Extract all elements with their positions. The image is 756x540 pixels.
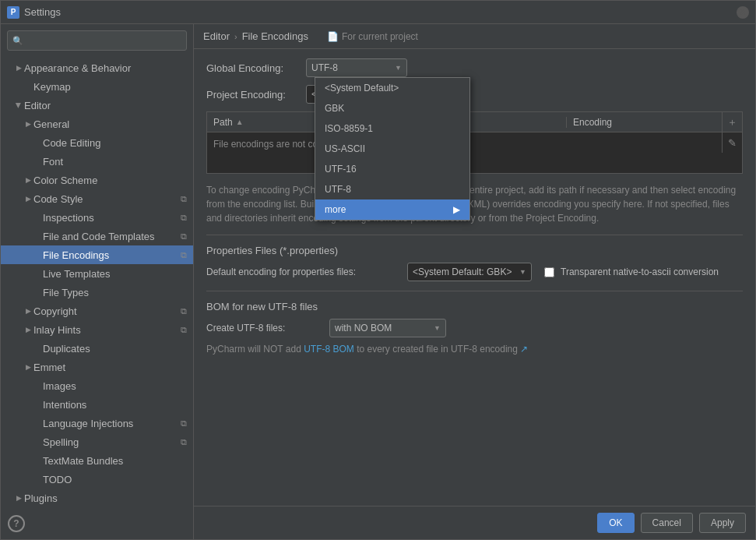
app-icon: P	[7, 6, 19, 19]
help-button[interactable]: ?	[8, 515, 25, 532]
bom-note: PyCharm will NOT add UTF-8 BOM to every …	[206, 344, 743, 355]
transparent-checkbox[interactable]	[544, 267, 554, 277]
default-encoding-label: Default encoding for properties files:	[206, 266, 401, 277]
encodings-table: Path ▲ Encoding ＋ File encodings are not…	[206, 111, 743, 174]
dropdown-arrow-icon: ▼	[434, 324, 441, 332]
popup-item-label: <System Default>	[325, 83, 399, 94]
arrow-icon: ▶	[13, 494, 24, 502]
sidebar-item-appearance[interactable]: ▶ Appearance & Behavior	[1, 58, 193, 77]
utf8-bom-link[interactable]: UTF-8 BOM	[304, 344, 354, 355]
sidebar-item-emmet[interactable]: ▶ Emmet	[1, 358, 193, 376]
sidebar-item-label: Editor	[24, 100, 187, 111]
popup-item-system-default[interactable]: <System Default>	[315, 78, 469, 98]
arrow-icon: ▶	[23, 176, 33, 184]
col-encoding: Encoding	[566, 117, 722, 128]
popup-item-utf-16[interactable]: UTF-16	[315, 159, 469, 179]
sidebar-item-label: File and Code Templates	[43, 231, 178, 242]
sidebar-item-code-editing[interactable]: ▶ Code Editing	[1, 133, 193, 152]
create-utf8-value: with NO BOM	[335, 323, 392, 334]
sidebar-item-label: Inlay Hints	[33, 324, 178, 336]
sidebar-item-font[interactable]: ▶ Font	[1, 152, 193, 171]
popup-item-label: ISO-8859-1	[325, 123, 373, 134]
sidebar-item-general[interactable]: ▶ General	[1, 115, 193, 133]
sidebar-item-label: Images	[43, 380, 187, 392]
default-encoding-dropdown[interactable]: <System Default: GBK> ▼	[407, 263, 532, 281]
window-title: Settings	[24, 6, 737, 18]
divider-1	[206, 235, 743, 235]
breadcrumb-separator: ›	[234, 32, 237, 41]
sidebar: 🔍 ▶ Appearance & Behavior ▶ Keymap ▶ Edi…	[1, 24, 194, 539]
sidebar-item-label: Code Editing	[43, 137, 187, 149]
sidebar-item-file-types[interactable]: ▶ File Types	[1, 283, 193, 302]
more-arrow-icon: ▶	[453, 204, 460, 215]
sidebar-item-keymap[interactable]: ▶ Keymap	[1, 77, 193, 96]
search-icon: 🔍	[12, 36, 23, 46]
arrow-icon: ▶	[23, 195, 33, 203]
popup-item-label: more	[325, 204, 346, 215]
info-text: To change encoding PyCharm uses for a fi…	[206, 183, 743, 225]
sidebar-item-textmate-bundles[interactable]: ▶ TextMate Bundles	[1, 451, 193, 470]
sidebar-item-inspections[interactable]: ▶ Inspections ⧉	[1, 208, 193, 227]
transparent-label: Transparent native-to-ascii conversion	[561, 266, 719, 277]
dropdown-arrow-icon: ▼	[519, 268, 526, 276]
ok-button[interactable]: OK	[597, 513, 634, 533]
properties-row: Default encoding for properties files: <…	[206, 263, 743, 281]
search-input[interactable]	[26, 35, 181, 46]
popup-item-utf-8[interactable]: UTF-8	[315, 179, 469, 199]
arrow-icon: ▶	[23, 326, 33, 334]
sidebar-item-label: File Types	[43, 287, 187, 298]
popup-item-label: US-ASCII	[325, 143, 365, 154]
sidebar-item-label: Emmet	[33, 362, 187, 373]
properties-section-title: Properties Files (*.properties)	[206, 245, 743, 256]
sidebar-item-color-scheme[interactable]: ▶ Color Scheme	[1, 171, 193, 189]
create-utf8-label: Create UTF-8 files:	[206, 323, 323, 334]
sidebar-item-duplicates[interactable]: ▶ Duplicates	[1, 339, 193, 358]
global-encoding-dropdown[interactable]: UTF-8 ▼	[306, 58, 407, 77]
panel-body: Global Encoding: UTF-8 ▼ Project Encodin…	[194, 49, 755, 506]
for-current-project[interactable]: 📄 For current project	[327, 31, 418, 42]
popup-item-gbk[interactable]: GBK	[315, 98, 469, 118]
apply-button[interactable]: Apply	[699, 513, 746, 533]
sidebar-item-editor[interactable]: ▶ Editor	[1, 96, 193, 115]
sidebar-item-label: General	[33, 118, 187, 130]
sidebar-item-file-code-templates[interactable]: ▶ File and Code Templates ⧉	[1, 227, 193, 245]
edit-encoding-button[interactable]: ✎	[722, 132, 742, 153]
table-body: File encodings are not configured	[207, 132, 742, 156]
sidebar-item-intentions[interactable]: ▶ Intentions	[1, 395, 193, 414]
cancel-button[interactable]: Cancel	[641, 513, 693, 533]
create-utf8-dropdown[interactable]: with NO BOM ▼	[329, 319, 446, 337]
project-encoding-row: Project Encoding: <System Default: GBK> …	[206, 85, 743, 104]
main-content: 🔍 ▶ Appearance & Behavior ▶ Keymap ▶ Edi…	[1, 24, 755, 539]
settings-tree: ▶ Appearance & Behavior ▶ Keymap ▶ Edito…	[1, 57, 193, 539]
project-encoding-label: Project Encoding:	[206, 89, 300, 101]
sidebar-item-todo[interactable]: ▶ TODO	[1, 470, 193, 489]
sidebar-item-live-templates[interactable]: ▶ Live Templates	[1, 264, 193, 283]
popup-item-us-ascii[interactable]: US-ASCII	[315, 139, 469, 159]
sidebar-item-label: Appearance & Behavior	[24, 62, 187, 74]
search-box[interactable]: 🔍	[7, 30, 187, 51]
title-bar: P Settings ✕	[1, 1, 755, 24]
sidebar-item-label: Intentions	[43, 399, 187, 411]
for-current-project-label: For current project	[342, 31, 418, 42]
close-button[interactable]: ✕	[737, 6, 749, 19]
dropdown-arrow-icon: ▼	[395, 64, 402, 72]
breadcrumb-editor: Editor	[203, 30, 230, 42]
sidebar-item-plugins[interactable]: ▶ Plugins	[1, 489, 193, 507]
sidebar-item-language-injections[interactable]: ▶ Language Injections ⧉	[1, 414, 193, 432]
copy-icon: ⧉	[181, 306, 187, 316]
copy-icon: ⧉	[181, 437, 187, 447]
sidebar-item-spelling[interactable]: ▶ Spelling ⧉	[1, 432, 193, 451]
sidebar-item-copyright[interactable]: ▶ Copyright ⧉	[1, 302, 193, 320]
popup-item-more[interactable]: more ▶	[315, 199, 469, 220]
popup-item-label: UTF-8	[325, 184, 351, 195]
sidebar-item-images[interactable]: ▶ Images	[1, 376, 193, 395]
popup-item-iso-8859-1[interactable]: ISO-8859-1	[315, 118, 469, 139]
copy-icon: ⧉	[181, 418, 187, 429]
copy-icon: ⧉	[181, 194, 187, 204]
sidebar-item-inlay-hints[interactable]: ▶ Inlay Hints ⧉	[1, 320, 193, 339]
sidebar-item-file-encodings[interactable]: ▶ File Encodings ⧉	[1, 245, 193, 264]
popup-item-label: GBK	[325, 103, 344, 114]
sidebar-item-code-style[interactable]: ▶ Code Style ⧉	[1, 189, 193, 208]
add-encoding-button[interactable]: ＋	[722, 112, 742, 132]
sidebar-item-label: File Encodings	[43, 249, 178, 261]
